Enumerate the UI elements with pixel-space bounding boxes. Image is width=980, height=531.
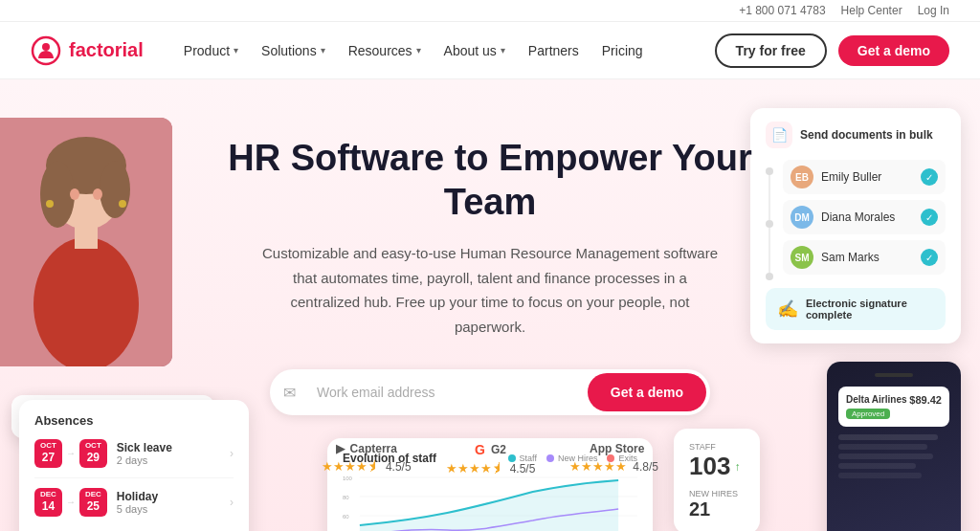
chevron-down-icon: ▾: [501, 45, 505, 55]
docs-connector: EB Emily Buller ✓ DM Diana Morales ✓ SM …: [766, 160, 946, 280]
hero-center: HR Software to Empower Your Team Customi…: [222, 137, 758, 476]
nav-links: Product ▾ Solutions ▾ Resources ▾ About …: [174, 37, 653, 64]
absence-dates-1: OCT 27 → OCT 29: [34, 439, 107, 468]
person-row-3: SM Sam Marks ✓: [783, 240, 946, 275]
row-chevron-2: ›: [230, 496, 234, 509]
person-row-1: EB Emily Buller ✓: [783, 160, 946, 194]
arrow-icon: →: [66, 448, 76, 458]
nav-pricing[interactable]: Pricing: [592, 37, 653, 64]
try-for-free-button[interactable]: Try for free: [715, 33, 827, 68]
email-icon: ✉: [270, 384, 309, 402]
arrow-icon: →: [66, 497, 76, 507]
from-date-1: OCT 27: [34, 439, 62, 468]
phone-card: Delta Airlines $89.42 Approved: [827, 362, 961, 531]
login-link[interactable]: Log In: [918, 4, 949, 17]
absence-dates-2: DEC 14 → DEC 25: [34, 488, 107, 517]
check-icon-2: ✓: [921, 209, 938, 226]
svg-point-1: [42, 43, 50, 51]
navbar: factorial Product ▾ Solutions ▾ Resource…: [0, 22, 980, 79]
docs-card: 📄 Send documents in bulk EB Emily Buller…: [750, 108, 961, 343]
get-demo-button-hero[interactable]: Get a demo: [588, 373, 706, 411]
absences-title: Absences: [34, 413, 234, 428]
nav-solutions[interactable]: Solutions ▾: [252, 37, 335, 64]
absence-info-1: Sick leave 2 days: [117, 441, 220, 466]
to-date-1: OCT 29: [79, 439, 107, 468]
check-icon-1: ✓: [921, 168, 938, 186]
avatar-sm: SM: [791, 246, 813, 269]
chevron-down-icon: ▾: [321, 45, 325, 55]
svg-point-5: [40, 161, 75, 228]
logo-icon: [31, 35, 61, 66]
nav-product[interactable]: Product ▾: [174, 37, 248, 64]
chart-area: 100 80 60: [343, 473, 637, 531]
svg-rect-8: [75, 225, 98, 249]
top-bar: +1 800 071 4783 Help Center Log In: [0, 0, 980, 22]
phone-inner-card: Delta Airlines $89.42 Approved: [838, 387, 949, 427]
absences-card: Absences OCT 27 → OCT 29 Sick leave 2 da…: [19, 400, 249, 531]
stars-appstore: ★★★★★: [569, 459, 627, 474]
avatar-eb: EB: [791, 166, 813, 188]
nav-resources[interactable]: Resources ▾: [339, 37, 431, 64]
chevron-down-icon: ▾: [416, 45, 421, 55]
svg-text:60: 60: [343, 514, 349, 520]
navbar-left: factorial Product ▾ Solutions ▾ Resource…: [31, 35, 653, 66]
g2-icon: G: [475, 442, 485, 457]
svg-text:80: 80: [343, 495, 349, 500]
ratings-row: ▶ Capterra ★★★★⯨ 4.5/5 G G2 ★★★★⯨ 4.5/5: [222, 442, 758, 476]
help-center-link[interactable]: Help Center: [841, 4, 902, 17]
get-demo-button-nav[interactable]: Get a demo: [838, 35, 949, 66]
absence-info-2: Holiday 5 days: [117, 490, 220, 515]
nav-partners[interactable]: Partners: [519, 37, 589, 64]
docs-title: 📄 Send documents in bulk: [766, 122, 946, 148]
hero-title: HR Software to Empower Your Team: [222, 137, 758, 224]
navbar-right: Try for free Get a demo: [715, 33, 949, 68]
person-photo-card: [0, 118, 172, 366]
email-form: ✉ Get a demo: [270, 369, 710, 415]
stars-capterra: ★★★★⯨: [322, 459, 380, 474]
svg-point-11: [46, 200, 54, 208]
person-image: [0, 118, 172, 366]
rating-appstore: App Store ★★★★★ 4.8/5: [569, 442, 658, 476]
person-row-2: DM Diana Morales ✓: [783, 200, 946, 234]
rating-g2: G G2 ★★★★⯨ 4.5/5: [446, 442, 536, 476]
svg-text:100: 100: [343, 476, 353, 481]
capterra-icon: ▶: [336, 442, 345, 455]
email-input[interactable]: [309, 371, 584, 413]
svg-point-12: [119, 200, 126, 208]
svg-point-9: [70, 188, 79, 200]
nav-about[interactable]: About us ▾: [434, 37, 515, 64]
docs-icon: 📄: [766, 122, 792, 148]
hero-section: WORKED 04m HOURLY BALANCE +3h 04m Absenc…: [0, 79, 980, 531]
phone-link[interactable]: +1 800 071 4783: [739, 4, 825, 17]
hero-subtitle: Customizable and easy-to-use Human Resou…: [260, 241, 720, 339]
svg-point-7: [33, 237, 139, 366]
to-date-2: DEC 25: [79, 488, 107, 517]
chevron-down-icon: ▾: [234, 45, 238, 55]
signature-icon: ✍: [777, 299, 798, 320]
staff-chart: 100 80 60: [343, 473, 637, 531]
svg-point-6: [100, 161, 130, 218]
from-date-2: DEC 14: [34, 488, 62, 517]
svg-point-10: [93, 188, 102, 200]
avatar-dm: DM: [791, 206, 813, 229]
absence-row-1: OCT 27 → OCT 29 Sick leave 2 days ›: [34, 439, 234, 478]
phone-screen: Delta Airlines $89.42 Approved: [827, 362, 961, 531]
logo[interactable]: factorial: [31, 35, 144, 66]
check-icon-3: ✓: [921, 249, 938, 266]
rating-capterra: ▶ Capterra ★★★★⯨ 4.5/5: [322, 442, 412, 476]
stars-g2: ★★★★⯨: [446, 461, 504, 476]
esig-card: ✍ Electronic signature complete: [766, 288, 946, 330]
phone-notch: [875, 373, 913, 377]
absence-row-2: DEC 14 → DEC 25 Holiday 5 days ›: [34, 488, 234, 526]
logo-text: factorial: [69, 39, 144, 61]
